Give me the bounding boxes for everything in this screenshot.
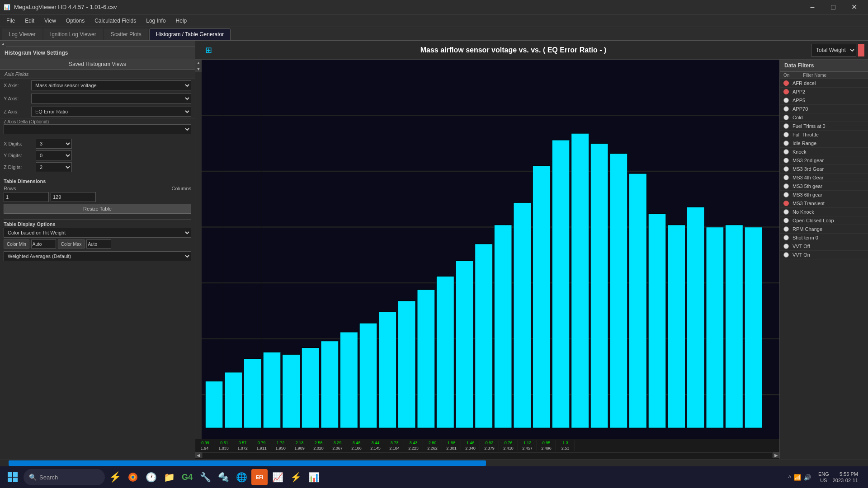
menu-log-info[interactable]: Log Info	[142, 16, 170, 26]
color-max-input[interactable]	[86, 239, 111, 249]
filter-item[interactable]: Full Throttle	[780, 131, 868, 139]
axis-cell: 2.301	[442, 446, 461, 451]
filter-item[interactable]: No Knock	[780, 208, 868, 216]
filter-name-label: APP2	[793, 89, 805, 94]
menu-calculated-fields[interactable]: Calculated Fields	[90, 16, 141, 26]
menu-edit[interactable]: Edit	[20, 16, 39, 26]
z-digits-select[interactable]: 2	[36, 162, 72, 172]
taskbar-app6-icon[interactable]: 🔩	[215, 469, 231, 485]
minimize-button[interactable]: –	[802, 0, 823, 14]
svg-rect-14	[340, 332, 358, 428]
color-min-input[interactable]	[31, 239, 56, 249]
scroll-right-arrow[interactable]: ▶	[773, 452, 779, 459]
taskbar-search[interactable]: 🔍 Search	[24, 469, 105, 485]
x-axis-select[interactable]: Mass airflow sensor voltage	[31, 80, 191, 90]
region-text: US	[818, 477, 829, 483]
weight-select[interactable]: Total Weight	[811, 44, 856, 56]
horiz-scroll-track[interactable]	[203, 453, 772, 458]
cols-label: Columns	[172, 186, 191, 191]
tab-scatter-plots[interactable]: Scatter Plots	[104, 28, 148, 40]
filter-item[interactable]: RPM Change	[780, 225, 868, 234]
tab-log-viewer[interactable]: Log Viewer	[2, 28, 42, 40]
network-tray-icon[interactable]: 📶	[794, 474, 801, 481]
menu-file[interactable]: File	[2, 16, 19, 26]
filter-item[interactable]: AFR decel	[780, 79, 868, 88]
tab-ignition-log-viewer[interactable]: Ignition Log Viewer	[43, 28, 103, 40]
svg-rect-11	[283, 354, 300, 428]
filter-item[interactable]: VVT On	[780, 251, 868, 259]
taskbar-chart-icon[interactable]: 📈	[269, 469, 286, 485]
volume-tray-icon[interactable]: 🔊	[804, 474, 811, 481]
start-button[interactable]	[4, 468, 22, 486]
filter-dot	[783, 149, 789, 155]
filter-item[interactable]: MS3 4th Gear	[780, 174, 868, 182]
filter-item[interactable]: Idle Range	[780, 139, 868, 148]
z-axis-select[interactable]: EQ Error Ratio	[31, 107, 191, 117]
scroll-up-arrow[interactable]: ▲	[195, 60, 202, 66]
system-clock[interactable]: 5:55 PM 2023-02-11	[833, 471, 858, 484]
taskbar-folder-icon[interactable]: 📁	[161, 469, 177, 485]
cols-input[interactable]	[51, 192, 96, 202]
svg-rect-30	[648, 214, 665, 428]
maximize-button[interactable]: □	[823, 0, 844, 14]
taskbar-network-icon[interactable]: 🌐	[233, 469, 250, 485]
taskbar-clock-icon[interactable]: 🕐	[143, 469, 159, 485]
y-digits-select[interactable]: 0	[36, 150, 72, 160]
menu-view[interactable]: View	[40, 16, 61, 26]
language-indicator[interactable]: ENG US	[818, 471, 829, 484]
x-axis-row: X Axis: Mass airflow sensor voltage	[0, 79, 195, 92]
axis-cell: 2.58	[309, 440, 328, 446]
weighted-avg-select[interactable]: Weighted Averages (Default)	[4, 251, 191, 261]
menu-help[interactable]: Help	[171, 16, 192, 26]
axis-cell: 2.496	[537, 446, 556, 451]
taskbar-megalog-icon[interactable]: 📊	[306, 469, 322, 485]
main-scrollbar-thumb[interactable]	[9, 460, 486, 466]
chart-expand-icon[interactable]: ⊞	[205, 45, 212, 55]
taskbar-app5-icon[interactable]: 🔧	[197, 469, 213, 485]
filter-item[interactable]: Cold	[780, 113, 868, 122]
filter-item[interactable]: MS3 5th gear	[780, 182, 868, 191]
filter-item[interactable]: Open Closed Loop	[780, 216, 868, 225]
filter-item[interactable]: Knock	[780, 148, 868, 156]
scroll-left-arrow[interactable]: ◀	[195, 452, 202, 459]
tab-histogram-table[interactable]: Histogram / Table Generator	[149, 28, 231, 40]
resize-table-button[interactable]: Resize Table	[4, 204, 191, 214]
filter-item[interactable]: APP2	[780, 88, 868, 96]
clock-time: 5:55 PM	[833, 471, 858, 477]
taskbar-firefox-icon[interactable]	[125, 469, 141, 485]
filter-item[interactable]: MS3 3rd Gear	[780, 165, 868, 174]
taskbar-bolt-icon[interactable]: ⚡	[288, 469, 304, 485]
tray-up-arrow[interactable]: ^	[788, 474, 791, 481]
filter-item[interactable]: Shot term 0	[780, 234, 868, 242]
color-max-button[interactable]: Color Max	[58, 239, 85, 249]
y-axis-select[interactable]	[31, 94, 191, 103]
filter-item[interactable]: VVT Off	[780, 242, 868, 251]
close-button[interactable]: ✕	[844, 0, 864, 14]
filter-item[interactable]: Fuel Trims at 0	[780, 122, 868, 131]
weight-color-indicator[interactable]	[858, 44, 864, 56]
svg-rect-16	[379, 312, 396, 428]
svg-rect-10	[263, 352, 280, 428]
color-min-button[interactable]: Color Min	[4, 239, 29, 249]
left-scroll-up[interactable]: ▲	[0, 41, 6, 47]
taskbar-efi-icon[interactable]: EFI	[251, 469, 268, 485]
z-delta-select[interactable]	[4, 124, 191, 134]
rows-input[interactable]	[4, 192, 49, 202]
filter-name-label: Open Closed Loop	[793, 218, 834, 223]
axis-row2: 1.94 1.833 1.872 1.911 1.950 1.989 2.028…	[195, 446, 779, 451]
x-digits-select[interactable]: 3	[36, 139, 72, 149]
axis-cell: 2.340	[461, 446, 480, 451]
taskbar-lightning-icon[interactable]: ⚡	[107, 469, 123, 485]
display-mode-select[interactable]: Color based on Hit Weight	[4, 228, 191, 238]
taskbar-g4-icon[interactable]: G4	[179, 469, 195, 485]
color-min-row: Color Min Color Max	[4, 239, 191, 249]
vert-scroll[interactable]: ▲ ▼	[195, 60, 202, 439]
filter-item[interactable]: MS3 6th gear	[780, 191, 868, 199]
scroll-down-arrow[interactable]: ▼	[195, 66, 202, 72]
filter-item[interactable]: APP70	[780, 105, 868, 113]
filter-item[interactable]: APP5	[780, 96, 868, 105]
menu-options[interactable]: Options	[61, 16, 89, 26]
filter-item[interactable]: MS3 Transient	[780, 199, 868, 208]
x-digits-label: X Digits:	[4, 141, 33, 146]
filter-item[interactable]: MS3 2nd gear	[780, 156, 868, 165]
